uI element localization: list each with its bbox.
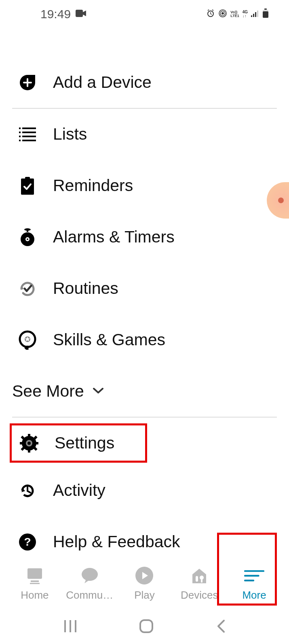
svg-rect-42 [27,568,42,579]
svg-rect-50 [244,570,264,572]
svg-rect-51 [244,575,259,576]
svg-rect-44 [30,583,40,584]
system-nav [0,610,289,644]
svg-rect-53 [64,620,66,632]
menu-label: Skills & Games [53,330,165,349]
menu-routines[interactable]: Routines [0,263,289,314]
menu-label: Alarms & Timers [53,227,175,247]
menu-label: Add a Device [53,73,152,92]
svg-rect-31 [28,448,30,453]
svg-rect-6 [253,14,254,17]
svg-text:?: ? [24,536,31,548]
svg-point-26 [27,238,28,240]
svg-point-39 [27,442,31,445]
menu-help[interactable]: ? Help & Feedback [0,516,289,567]
chat-icon [80,565,100,586]
home-button[interactable] [139,619,154,635]
menu-content: Add a Device Lists Reminders Alarms & Ti… [0,24,289,567]
menu-skills[interactable]: Skills & Games [0,314,289,366]
status-left: 19:49 [40,7,86,21]
nav-communicate[interactable]: Commu… [62,565,117,601]
nav-devices[interactable]: Devices [172,565,227,601]
more-icon [244,565,264,586]
signal-icon [251,10,259,19]
see-more-label: See More [12,382,84,401]
svg-rect-0 [76,10,83,17]
play-icon [134,565,154,586]
svg-rect-21 [21,179,34,195]
svg-point-2 [221,12,224,15]
svg-rect-52 [244,580,254,581]
svg-rect-11 [263,11,268,18]
camera-icon [76,10,86,19]
svg-rect-8 [257,11,258,17]
see-more-button[interactable]: See More [0,366,289,417]
recent-apps-button[interactable] [63,619,77,635]
nav-label: Commu… [66,589,113,601]
nav-label: More [242,589,266,601]
list-icon [18,125,37,144]
menu-activity[interactable]: Activity [0,465,289,516]
menu-label: Activity [53,481,105,500]
svg-rect-32 [20,442,24,444]
nav-label: Home [21,589,49,601]
svg-rect-7 [255,12,256,17]
skills-icon [18,331,37,349]
svg-rect-54 [70,620,71,632]
alarm-icon [18,228,37,247]
svg-rect-12 [19,128,21,129]
nav-play[interactable]: Play [117,565,172,601]
hotspot-icon [218,9,227,19]
status-bar: 19:49 Vo))LTE1 4G↓↑ [0,0,289,24]
svg-rect-23 [27,230,28,232]
svg-rect-17 [22,136,36,137]
svg-rect-56 [140,620,152,632]
svg-rect-16 [19,136,21,137]
menu-reminders[interactable]: Reminders [0,160,289,211]
chevron-down-icon [92,387,104,396]
svg-rect-13 [22,128,36,129]
nav-home[interactable]: Home [7,565,62,601]
svg-rect-30 [28,434,30,438]
menu-settings[interactable]: Settings [10,423,147,463]
nav-label: Play [134,589,155,601]
menu-lists[interactable]: Lists [0,108,289,160]
nav-more[interactable]: More [227,565,282,601]
bottom-nav: Home Commu… Play Devices More [0,565,289,606]
svg-rect-47 [196,576,198,582]
status-time: 19:49 [40,7,71,21]
svg-rect-15 [22,132,36,133]
menu-alarms[interactable]: Alarms & Timers [0,211,289,263]
devices-icon [189,565,209,586]
svg-rect-5 [251,15,252,17]
back-button[interactable] [216,619,226,635]
menu-label: Help & Feedback [53,532,180,551]
menu-label: Settings [55,434,114,453]
svg-rect-49 [201,578,203,582]
svg-rect-43 [31,580,39,582]
home-icon [25,565,45,586]
clipboard-check-icon [18,176,37,195]
svg-rect-55 [75,620,76,632]
svg-rect-9 [264,9,267,10]
plus-circle-icon [18,73,37,92]
volte-icon: Vo))LTE1 [230,11,239,18]
menu-label: Routines [53,279,118,298]
nav-label: Devices [181,589,218,601]
network-icon: 4G↓↑ [243,10,248,18]
menu-label: Reminders [53,176,133,195]
help-icon: ? [18,533,37,551]
svg-rect-14 [19,132,21,133]
svg-rect-18 [19,140,21,141]
svg-rect-19 [22,140,36,141]
menu-label: Lists [53,125,87,144]
battery-icon [262,9,269,20]
gear-icon [20,434,38,453]
svg-rect-33 [34,442,38,444]
status-right: Vo))LTE1 4G↓↑ [206,9,269,20]
routine-icon [18,279,37,298]
menu-add-device[interactable]: Add a Device [0,57,289,108]
svg-point-45 [82,568,98,581]
history-icon [18,481,37,500]
alarm-status-icon [206,9,215,19]
